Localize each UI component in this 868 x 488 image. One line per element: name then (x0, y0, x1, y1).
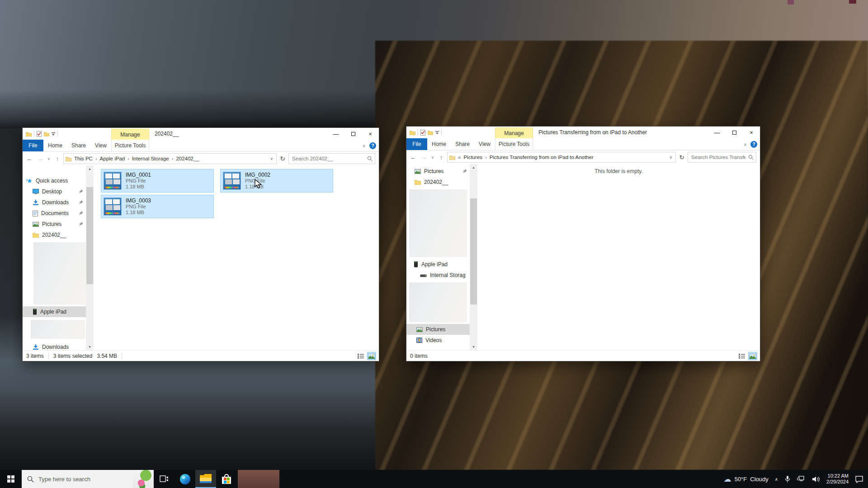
new-folder-icon[interactable] (428, 130, 433, 135)
edge-button[interactable] (175, 470, 195, 488)
thumbnail-view-icon[interactable] (367, 352, 376, 360)
sidebar-item-pictures-selected[interactable]: Pictures (406, 324, 470, 335)
close-button[interactable]: × (362, 128, 379, 140)
thumbnail-view-icon[interactable] (748, 352, 757, 360)
scrollbar-down-icon[interactable]: ▼ (470, 343, 477, 350)
file-tile-img0002[interactable]: IMG_0002 PNG File 1.18 MB (220, 169, 333, 192)
manage-contextual-tab[interactable]: Manage (111, 129, 149, 140)
search-icon[interactable] (748, 155, 754, 160)
refresh-icon[interactable]: ↻ (278, 153, 288, 164)
scrollbar-up-icon[interactable]: ▲ (470, 164, 477, 171)
new-folder-icon[interactable] (44, 131, 49, 136)
sidebar-item-downloads[interactable]: Downloads (23, 197, 86, 208)
folder-icon[interactable] (410, 130, 415, 135)
microphone-icon[interactable] (784, 475, 791, 483)
properties-check-icon[interactable] (420, 130, 425, 136)
close-button[interactable]: × (743, 127, 760, 138)
search-input[interactable] (291, 155, 365, 162)
up-icon[interactable]: ↑ (52, 154, 62, 164)
sidebar-item-quick-access[interactable]: Quick access (23, 175, 86, 186)
sidebar-item-videos[interactable]: Videos (406, 335, 470, 346)
tab-share[interactable]: Share (67, 140, 90, 151)
scrollbar-thumb[interactable] (470, 198, 477, 305)
breadcrumb-segment[interactable]: 202402__ (176, 156, 199, 161)
help-icon[interactable]: ? (750, 141, 757, 148)
sidebar-item-pictures[interactable]: Pictures (23, 219, 86, 230)
details-view-icon[interactable] (356, 352, 365, 360)
manage-contextual-tab[interactable]: Manage (495, 127, 533, 138)
search-box[interactable] (288, 153, 375, 164)
sidebar-item-downloads-bottom[interactable]: Downloads (23, 342, 86, 350)
maximize-button[interactable] (344, 128, 362, 140)
maximize-button[interactable] (726, 127, 743, 138)
breadcrumb[interactable]: « Pictures› Pictures Transferring from o… (447, 152, 676, 163)
pinned-app-thumbnail[interactable] (238, 470, 279, 488)
network-icon[interactable] (797, 476, 806, 483)
up-icon[interactable]: ↑ (436, 152, 446, 162)
minimize-button[interactable]: ― (327, 128, 344, 140)
file-tile-img0001[interactable]: IMG_0001 PNG File 1.18 MB (101, 169, 214, 192)
sidebar-item-documents[interactable]: Documents (23, 208, 86, 219)
search-icon[interactable] (367, 156, 373, 161)
taskbar-search[interactable] (22, 470, 154, 488)
volume-icon[interactable] (812, 476, 820, 483)
weather-widget[interactable]: ☁ 50°F Cloudy (724, 474, 769, 484)
tab-picture-tools[interactable]: Picture Tools (111, 140, 149, 151)
help-icon[interactable]: ? (369, 142, 376, 149)
sidebar-item-apple-ipad[interactable]: Apple iPad (406, 259, 470, 270)
task-view-button[interactable] (154, 470, 175, 488)
scrollbar-down-icon[interactable]: ▼ (86, 343, 94, 350)
sidebar-scrollbar[interactable]: ▲ ▼ (470, 164, 477, 350)
details-view-icon[interactable] (737, 352, 746, 360)
search-input[interactable] (690, 154, 746, 160)
titlebar[interactable]: Manage 202402__ ― × (23, 128, 379, 140)
tab-home[interactable]: Home (43, 140, 67, 151)
file-list-area[interactable]: IMG_0001 PNG File 1.18 MB IMG_0002 PNG F… (94, 165, 379, 350)
breadcrumb-segment[interactable]: Apple iPad (100, 156, 125, 161)
sidebar-item-202402[interactable]: 202402__ (23, 230, 86, 240)
sidebar-item-pictures[interactable]: Pictures (406, 166, 470, 177)
file-list-area[interactable]: This folder is empty. (477, 164, 760, 350)
search-box[interactable] (688, 152, 756, 163)
ribbon-collapse-chevron-icon[interactable]: ∨ (744, 142, 747, 147)
sidebar-item-desktop[interactable]: Desktop (23, 186, 86, 197)
file-tile-img0003[interactable]: IMG_0003 PNG File 1.18 MB (101, 195, 214, 218)
search-highlight-image[interactable] (133, 470, 154, 488)
sidebar-item-202402[interactable]: 202402__ (406, 177, 470, 188)
titlebar[interactable]: Manage Pictures Transferring from on iPa… (406, 127, 760, 138)
recent-locations-chevron-icon[interactable]: ∨ (46, 154, 52, 164)
qat-customize-icon[interactable] (52, 132, 55, 136)
folder-icon[interactable] (26, 131, 32, 136)
back-icon[interactable]: ← (24, 154, 34, 164)
sidebar-item-apple-ipad[interactable]: Apple iPad (23, 306, 86, 317)
breadcrumb-dropdown-chevron-icon[interactable]: ∨ (668, 155, 674, 160)
breadcrumb-segment[interactable]: This PC (74, 156, 93, 161)
forward-icon[interactable]: → (419, 152, 429, 162)
file-explorer-button[interactable] (195, 470, 216, 488)
sidebar-item-internal-storage[interactable]: Internal Storag (406, 270, 470, 281)
minimize-button[interactable]: ― (708, 127, 726, 138)
forward-icon[interactable]: → (35, 154, 45, 164)
start-button[interactable] (0, 470, 22, 488)
recent-locations-chevron-icon[interactable]: ∨ (430, 152, 435, 162)
properties-check-icon[interactable] (37, 131, 42, 137)
tab-home[interactable]: Home (427, 138, 451, 150)
action-center-icon[interactable] (855, 475, 863, 483)
qat-customize-icon[interactable] (435, 131, 439, 135)
breadcrumb-segment[interactable]: Internal Storage (132, 156, 169, 161)
taskbar-search-input[interactable] (38, 475, 129, 483)
tab-view[interactable]: View (90, 140, 111, 151)
store-button[interactable] (216, 470, 237, 488)
back-icon[interactable]: ← (408, 152, 418, 162)
tab-picture-tools[interactable]: Picture Tools (495, 138, 533, 150)
sidebar-scrollbar[interactable]: ▲ ▼ (86, 165, 94, 350)
tab-file[interactable]: File (23, 140, 43, 151)
breadcrumb-collapsed[interactable]: « (458, 155, 461, 160)
clock[interactable]: 10:22 AM 2/29/2024 (826, 473, 849, 485)
breadcrumb-segment[interactable]: Pictures Transferring from on iPad to An… (490, 155, 594, 160)
breadcrumb[interactable]: This PC› Apple iPad› Internal Storage› 2… (63, 153, 277, 164)
scrollbar-thumb[interactable] (86, 187, 93, 284)
tab-view[interactable]: View (474, 138, 495, 150)
breadcrumb-dropdown-chevron-icon[interactable]: ∨ (269, 156, 274, 161)
tab-share[interactable]: Share (451, 138, 474, 150)
